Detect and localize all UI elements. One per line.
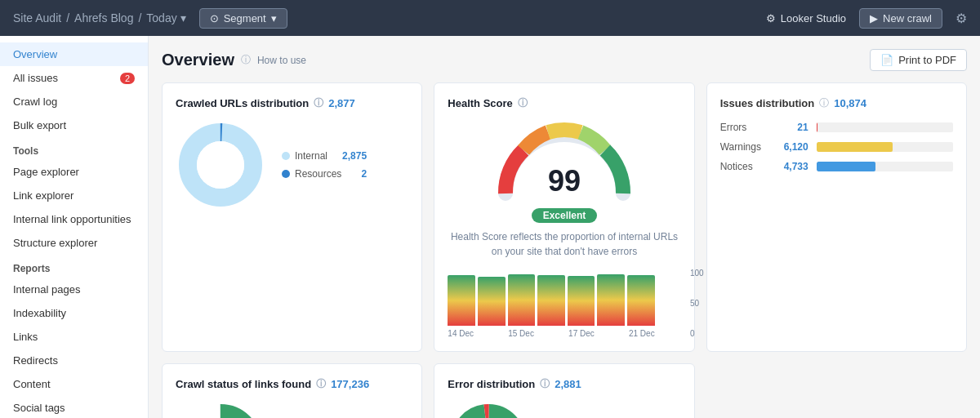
sidebar-item-redirects[interactable]: Redirects — [0, 349, 148, 372]
health-bar-2 — [478, 277, 506, 326]
segment-icon: ⊙ — [210, 12, 219, 24]
issues-distribution-card: Issues distribution ⓘ 10,874 Errors 21 W… — [706, 82, 967, 352]
today-dropdown-button[interactable]: Today ▾ — [146, 11, 185, 24]
errors-row: Errors 21 — [720, 122, 953, 133]
how-to-use-link[interactable]: How to use — [257, 55, 306, 66]
health-bar-y-labels: 100 50 0 — [690, 269, 704, 338]
warnings-row: Warnings 6,120 — [720, 141, 953, 153]
errors-bar-fill — [817, 122, 817, 132]
looker-icon: ⚙ — [766, 12, 776, 24]
sidebar-item-structure-explorer[interactable]: Structure explorer — [0, 231, 148, 255]
health-bar-7 — [627, 275, 655, 326]
breadcrumb-site-audit[interactable]: Site Audit — [13, 11, 61, 24]
sidebar-item-crawl-log[interactable]: Crawl log — [0, 90, 148, 113]
sidebar-item-all-issues[interactable]: All issues 2 — [0, 66, 148, 90]
sidebar-item-links[interactable]: Links — [0, 325, 148, 349]
health-score-description: Health Score reflects the proportion of … — [448, 229, 680, 259]
warnings-bar-track — [817, 142, 953, 152]
health-score-gauge: 99 — [491, 120, 638, 202]
crawled-urls-total: 2,877 — [328, 97, 355, 109]
legend-item-internal: Internal 2,875 — [282, 150, 367, 162]
chevron-down-icon: ▾ — [180, 11, 186, 24]
svg-point-2 — [197, 141, 244, 189]
info-icon: ⓘ — [241, 53, 251, 67]
health-score-card: Health Score ⓘ — [434, 82, 694, 352]
segment-button[interactable]: ⊙ Segment ▾ — [199, 8, 287, 29]
issues-total: 10,874 — [834, 97, 866, 109]
sidebar-item-internal-pages[interactable]: Internal pages — [0, 278, 148, 301]
error-dist-donut — [448, 401, 529, 418]
excellent-badge: Excellent — [532, 208, 598, 223]
main-content: Overview ⓘ How to use 📄 Print to PDF Cra… — [149, 36, 980, 418]
crawl-status-chart: Crawled 102,628 Uncrawled 74,608 — [176, 401, 408, 418]
cards-grid: Crawled URLs distribution ⓘ 2,877 I — [162, 82, 967, 418]
crawl-status-total: 177,236 — [331, 378, 369, 390]
crawled-urls-chart: Internal 2,875 Resources 2 — [176, 120, 408, 210]
sidebar-item-internal-link-opportunities[interactable]: Internal link opportunities — [0, 207, 148, 231]
reports-section-title: Reports — [0, 255, 148, 278]
crawl-status-donut — [176, 401, 265, 418]
sidebar-item-page-explorer[interactable]: Page explorer — [0, 160, 148, 184]
health-bar-5 — [568, 276, 595, 326]
sidebar-item-overview[interactable]: Overview — [0, 42, 148, 66]
play-icon: ▶ — [870, 12, 878, 24]
sidebar-item-indexability[interactable]: Indexability — [0, 301, 148, 325]
notices-bar-fill — [817, 162, 875, 171]
error-distribution-card: Error distribution ⓘ 2,881 URLs wit — [434, 363, 694, 418]
crawl-status-card: Crawl status of links found ⓘ 177,236 — [162, 363, 422, 418]
tools-section-title: Tools — [0, 137, 148, 160]
sidebar-item-content[interactable]: Content — [0, 372, 148, 396]
sidebar-item-social-tags[interactable]: Social tags — [0, 396, 148, 418]
breadcrumb: Site Audit / Ahrefs Blog / Today ▾ — [13, 11, 186, 24]
svg-point-4 — [188, 413, 253, 418]
app-layout: Overview All issues 2 Crawl log Bulk exp… — [0, 36, 980, 418]
sidebar-item-link-explorer[interactable]: Link explorer — [0, 184, 148, 207]
issues-info-icon: ⓘ — [819, 96, 829, 110]
top-navigation: Site Audit / Ahrefs Blog / Today ▾ ⊙ Seg… — [0, 0, 980, 36]
print-icon: 📄 — [880, 54, 893, 66]
chevron-down-icon: ▾ — [271, 12, 277, 24]
crawled-urls-card: Crawled URLs distribution ⓘ 2,877 I — [162, 82, 422, 352]
health-bar-3 — [508, 274, 536, 326]
notices-row: Notices 4,733 — [720, 161, 953, 172]
looker-studio-button[interactable]: ⚙ Looker Studio — [766, 12, 846, 24]
health-score-value: 99 — [548, 164, 581, 198]
health-bar-date-labels: 14 Dec 15 Dec 17 Dec 21 Dec — [448, 329, 654, 338]
top-nav-right: ⚙ Looker Studio ▶ New crawl ⚙ — [766, 8, 967, 29]
legend-item-resources: Resources 2 — [282, 168, 367, 180]
new-crawl-button[interactable]: ▶ New crawl — [859, 8, 942, 29]
health-bar-1 — [448, 275, 475, 326]
main-header: Overview ⓘ How to use 📄 Print to PDF — [162, 49, 967, 71]
crawl-status-info-icon: ⓘ — [316, 377, 326, 391]
sidebar-item-bulk-export[interactable]: Bulk export — [0, 113, 148, 137]
health-bar-6 — [597, 274, 625, 326]
internal-dot — [282, 152, 290, 160]
settings-button[interactable]: ⚙ — [956, 11, 967, 26]
crawled-urls-info-icon: ⓘ — [314, 96, 323, 110]
notices-bar-track — [817, 162, 953, 171]
warnings-bar-fill — [817, 142, 893, 152]
health-score-info-icon: ⓘ — [518, 96, 528, 110]
all-issues-badge: 2 — [120, 73, 135, 84]
sidebar: Overview All issues 2 Crawl log Bulk exp… — [0, 36, 149, 418]
resources-dot — [282, 170, 290, 178]
crawled-urls-legend: Internal 2,875 Resources 2 — [282, 150, 367, 180]
crawled-urls-donut — [176, 120, 265, 210]
breadcrumb-blog[interactable]: Ahrefs Blog — [74, 11, 133, 24]
health-score-bars — [448, 269, 654, 326]
errors-bar-track — [817, 122, 953, 132]
error-dist-chart: URLs without errors 2,862 URLs with erro… — [448, 401, 680, 418]
health-bar-4 — [537, 275, 565, 326]
page-title: Overview — [162, 51, 234, 69]
print-to-pdf-button[interactable]: 📄 Print to PDF — [870, 49, 967, 71]
error-dist-total: 2,881 — [555, 378, 581, 390]
error-dist-info-icon: ⓘ — [540, 377, 550, 391]
